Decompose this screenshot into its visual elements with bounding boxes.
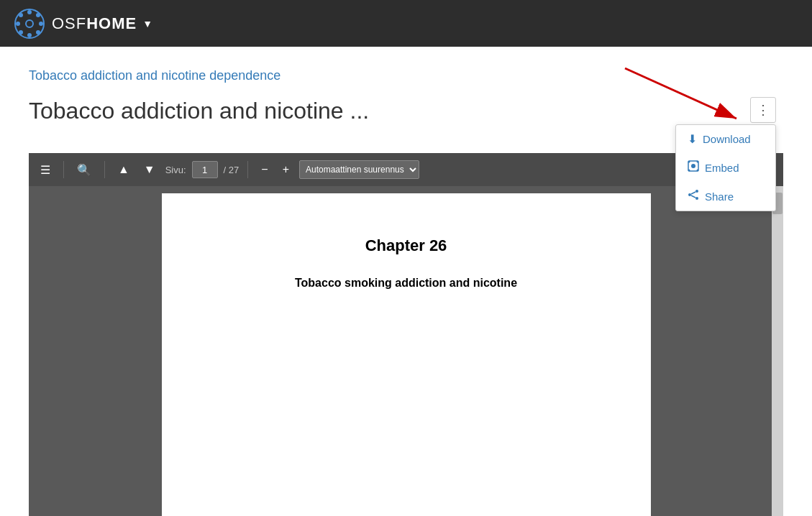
svg-line-22 [691,195,695,198]
sidebar-icon: ☰ [40,163,50,177]
toolbar-separator-3 [247,161,248,178]
embed-label: Embed [705,162,739,174]
sidebar-toggle-button[interactable]: ☰ [36,160,55,180]
svg-point-1 [27,10,32,14]
zoom-in-button[interactable]: + [278,160,293,179]
next-page-icon: ▼ [144,163,155,176]
toolbar-separator-1 [63,161,64,178]
top-navigation: OSFHOME ▼ [0,0,812,47]
breadcrumb-link[interactable]: Tobacco addiction and nicotine dependenc… [29,68,783,83]
embed-icon [688,160,699,175]
document-title: Tobacco addiction and nicotine ... [29,98,783,124]
page-total: / 27 [224,165,240,175]
chapter-title: Chapter 26 [205,236,608,255]
pdf-viewer: Chapter 26 Tobacco smoking addiction and… [29,186,783,516]
svg-point-5 [19,13,23,17]
download-icon: ⬇ [688,132,697,146]
download-menu-item[interactable]: ⬇ Download [676,125,775,153]
svg-point-18 [695,190,698,193]
three-dot-menu-button[interactable]: ⋮ [750,97,776,123]
share-label: Share [705,190,734,203]
svg-line-21 [691,192,695,194]
share-menu-item[interactable]: Share [676,182,775,211]
content-area: Tobacco addiction and nicotine dependenc… [0,47,812,516]
svg-point-15 [697,161,699,163]
svg-point-2 [27,33,32,37]
svg-point-4 [39,22,43,26]
zoom-select[interactable]: Automaattinen suurennus [299,160,419,179]
svg-point-17 [697,170,699,172]
zoom-in-icon: + [283,163,289,176]
svg-point-19 [688,193,691,196]
prev-page-button[interactable]: ▲ [114,160,134,179]
pdf-page: Chapter 26 Tobacco smoking addiction and… [162,193,651,516]
pdf-subtitle: Tobacco smoking addiction and nicotine [205,277,608,290]
svg-point-13 [691,164,695,168]
svg-point-9 [26,20,33,27]
svg-point-6 [36,13,40,17]
share-icon [688,189,699,203]
page-number-input[interactable]: 1 [192,161,218,178]
svg-point-3 [16,22,20,26]
download-label: Download [703,133,751,145]
svg-point-8 [36,30,40,34]
nav-brand-text: OSFHOME [52,14,137,33]
svg-point-16 [688,170,690,172]
scrollbar[interactable] [772,186,783,516]
prev-page-icon: ▲ [118,163,129,176]
osf-logo-icon [14,9,45,39]
toolbar-separator-2 [104,161,105,178]
pdf-toolbar: ☰ 🔍 ▲ ▼ Sivu: 1 / 27 − + Automaattinen s… [29,153,783,186]
dropdown-menu: ⬇ Download Embed [675,124,776,211]
search-button[interactable]: 🔍 [73,160,96,180]
nav-brand-main: HOME [86,14,137,32]
svg-point-20 [695,197,698,200]
zoom-out-icon: − [261,163,268,176]
nav-brand-prefix: OSF [52,14,86,32]
page-label: Sivu: [165,165,186,175]
zoom-out-button[interactable]: − [257,160,272,179]
svg-point-7 [19,30,23,34]
nav-dropdown-arrow-icon[interactable]: ▼ [142,18,152,29]
svg-point-14 [688,161,690,163]
next-page-button[interactable]: ▼ [140,160,160,179]
search-icon: 🔍 [77,163,91,177]
embed-menu-item[interactable]: Embed [676,153,775,182]
